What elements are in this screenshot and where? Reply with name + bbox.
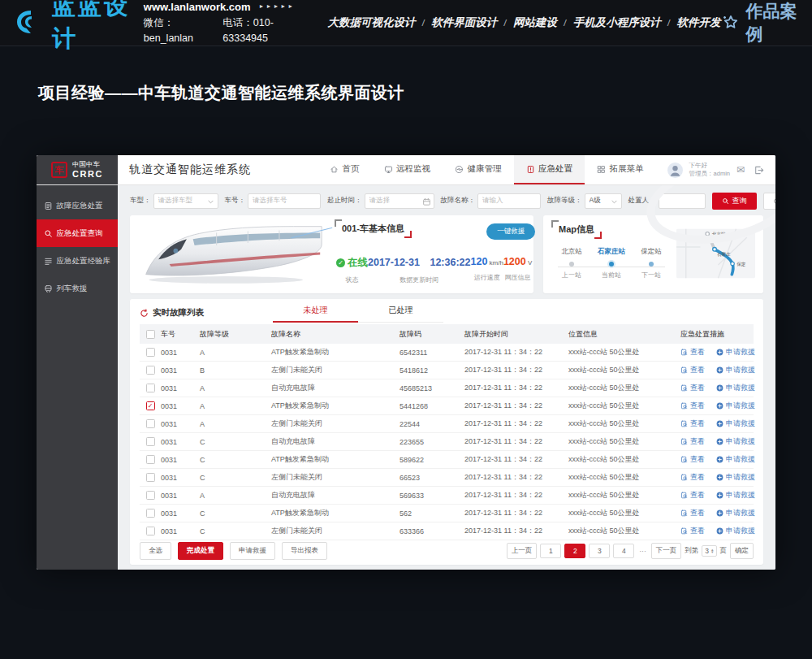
- filter-input[interactable]: [659, 193, 706, 209]
- fault-tab[interactable]: 已处理: [358, 305, 443, 323]
- sidebar-item[interactable]: 应急处置查询: [37, 219, 118, 247]
- apply-rescue-link[interactable]: 申请救援: [716, 347, 755, 358]
- nav-item[interactable]: 远程监视: [372, 155, 443, 184]
- view-link[interactable]: 查看: [680, 490, 705, 501]
- row-checkbox[interactable]: [146, 527, 155, 535]
- station-dot-icon: [649, 262, 654, 267]
- next-page-button[interactable]: 下一页: [651, 543, 682, 559]
- website-url[interactable]: www.lanlanwork.com: [144, 0, 251, 15]
- apply-rescue-link[interactable]: 申请救援: [716, 526, 755, 536]
- cell-start-time: 2017-12-31 11：34：22: [464, 508, 568, 518]
- row-checkbox[interactable]: [146, 348, 155, 357]
- row-checkbox[interactable]: [146, 473, 155, 482]
- select-all-checkbox[interactable]: [146, 330, 155, 339]
- row-checkbox[interactable]: [146, 384, 155, 392]
- apply-rescue-link[interactable]: 申请救援: [716, 490, 755, 501]
- sidebar-item-label: 故障应急处置: [57, 201, 103, 211]
- view-link[interactable]: 查看: [680, 526, 705, 536]
- view-link[interactable]: 查看: [680, 418, 705, 429]
- nav-item-label: 远程监视: [396, 163, 430, 175]
- stat-unit: V: [526, 259, 533, 267]
- prev-page-button[interactable]: 上一页: [507, 543, 538, 559]
- select-all-button[interactable]: 全选: [140, 542, 171, 560]
- avatar[interactable]: [667, 163, 683, 178]
- brand-en: CRRC: [72, 169, 103, 179]
- station-progress: 北京站 上一站 石家庄站 当前站 保定站 下一站: [551, 247, 672, 280]
- service-item[interactable]: 软件开发: [677, 16, 721, 28]
- search-button[interactable]: 查询: [712, 193, 757, 210]
- row-checkbox[interactable]: [146, 491, 155, 500]
- row-checkbox[interactable]: ✓: [146, 401, 155, 410]
- view-link[interactable]: 查看: [680, 454, 705, 465]
- sidebar-item-label: 应急处置经验库: [57, 256, 111, 267]
- service-item[interactable]: 手机及小程序设计: [573, 16, 661, 28]
- view-link[interactable]: 查看: [680, 347, 705, 358]
- sidebar-item[interactable]: 应急处置经验库: [37, 247, 118, 275]
- row-checkbox[interactable]: [146, 419, 155, 428]
- complete-disposal-button[interactable]: 完成处置: [178, 542, 223, 560]
- page-button[interactable]: 3: [589, 544, 610, 558]
- filter-value: 请选择车型: [158, 196, 193, 206]
- refresh-list-icon[interactable]: [140, 309, 149, 318]
- reset-button[interactable]: 重置: [763, 193, 776, 210]
- apply-rescue-link[interactable]: 申请救援: [716, 472, 755, 483]
- page-button-active[interactable]: 2: [564, 544, 585, 558]
- filter-input[interactable]: 请选择车型: [153, 193, 218, 209]
- one-key-rescue-button[interactable]: 一键救援: [486, 223, 535, 240]
- nav-item[interactable]: 应急处置: [514, 155, 585, 184]
- user-greeting: 下午好: [689, 162, 730, 170]
- view-link[interactable]: 查看: [680, 436, 705, 447]
- view-link[interactable]: 查看: [680, 508, 705, 518]
- nav-item[interactable]: 首页: [317, 155, 372, 184]
- filter-input[interactable]: 请输入: [477, 193, 541, 209]
- filter-input[interactable]: 请选择: [365, 193, 434, 209]
- service-item[interactable]: 软件界面设计: [431, 16, 497, 28]
- row-checkbox[interactable]: [146, 366, 155, 375]
- service-item[interactable]: 网站建设: [513, 16, 557, 28]
- apply-rescue-link[interactable]: 申请救援: [716, 436, 755, 447]
- apply-rescue-button[interactable]: 申请救援: [230, 542, 275, 560]
- view-doc-icon: [680, 349, 688, 356]
- apply-rescue-link[interactable]: 申请救援: [716, 365, 755, 375]
- nav-item[interactable]: 健康管理: [443, 155, 514, 184]
- mini-map[interactable]: 北京站 石家庄 保定: [676, 220, 755, 288]
- view-link[interactable]: 查看: [680, 365, 705, 375]
- apply-rescue-link-label: 申请救援: [726, 383, 755, 393]
- page-button[interactable]: 4: [613, 544, 634, 558]
- spinner-down-icon[interactable]: ▾: [711, 551, 714, 553]
- filter-input[interactable]: A级: [585, 193, 622, 209]
- service-item[interactable]: 大数据可视化设计: [328, 16, 416, 28]
- apply-rescue-link-label: 申请救援: [726, 418, 755, 429]
- service-separator: /: [422, 16, 425, 28]
- cell-train-no: 0031: [161, 474, 200, 482]
- page-button[interactable]: 1: [540, 544, 561, 558]
- row-checkbox[interactable]: [146, 509, 155, 518]
- apply-rescue-link[interactable]: 申请救援: [716, 508, 755, 518]
- mail-icon[interactable]: ✉: [736, 165, 747, 176]
- jump-page-input[interactable]: 3▴▾: [702, 545, 716, 557]
- sidebar-item[interactable]: 列车救援: [37, 275, 118, 302]
- spinner-arrows-icon[interactable]: ▴▾: [711, 548, 714, 553]
- filter-input[interactable]: 请选择车号: [248, 193, 321, 209]
- app-main: 车型： 请选择车型 车号： 请选择车号 起止时间： 请选择 故障名称： 请输入 …: [118, 185, 775, 570]
- apply-rescue-link[interactable]: 申请救援: [716, 418, 755, 429]
- apply-rescue-link[interactable]: 申请救援: [716, 401, 755, 411]
- table-row: 0031 A ATP触发紧急制动 6542311 2017-12-31 11：3…: [140, 344, 754, 362]
- fault-tab[interactable]: 未处理: [273, 305, 358, 323]
- confirm-jump-button[interactable]: 确定: [730, 543, 754, 559]
- logout-icon[interactable]: [754, 165, 764, 176]
- apply-rescue-link-label: 申请救援: [726, 347, 755, 358]
- row-checkbox[interactable]: [146, 437, 155, 446]
- cases-link[interactable]: 作品案例: [721, 0, 797, 46]
- view-link[interactable]: 查看: [680, 472, 705, 483]
- apply-rescue-link[interactable]: 申请救援: [716, 383, 755, 393]
- apply-rescue-link[interactable]: 申请救援: [716, 454, 755, 465]
- export-report-button[interactable]: 导出报表: [282, 542, 327, 560]
- tab-label: 未处理: [304, 306, 328, 314]
- page-title: 项目经验——中车轨道交通智能运维系统界面设计: [38, 82, 404, 104]
- view-link[interactable]: 查看: [680, 383, 705, 393]
- view-link[interactable]: 查看: [680, 401, 705, 411]
- nav-item[interactable]: 拓展菜单: [585, 155, 656, 184]
- row-checkbox[interactable]: [146, 455, 155, 464]
- sidebar-item[interactable]: 故障应急处置: [37, 192, 118, 219]
